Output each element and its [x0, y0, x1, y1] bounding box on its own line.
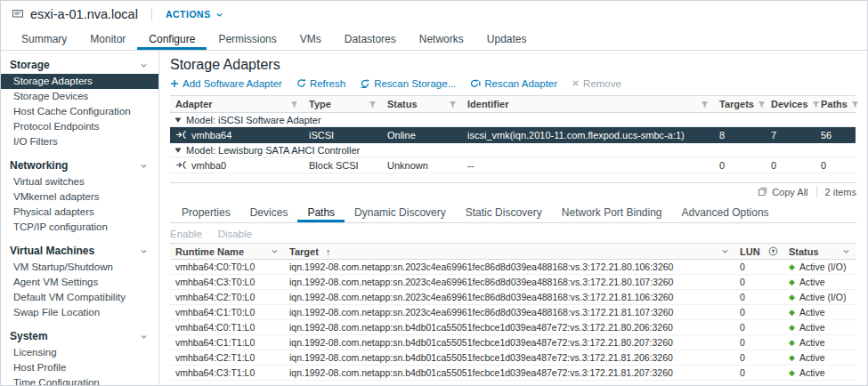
sidebar-item-virtual-switches[interactable]: Virtual switches [1, 174, 158, 189]
cell-type: Block SCSI [304, 157, 382, 173]
path-row-vmhba64-c3-t0-l0[interactable]: vmhba64:C3:T0:L0iqn.1992-08.com.netapp:s… [170, 275, 856, 290]
paths-column-header-runtime-name[interactable]: Runtime Name [170, 244, 284, 260]
sidebar-item-vmkernel-adapters[interactable]: VMkernel adapters [1, 189, 158, 205]
path-row-vmhba64-c2-t0-l0[interactable]: vmhba64:C2:T0:L0iqn.1992-08.com.netapp:s… [170, 290, 856, 305]
sidebar-item-licensing[interactable]: Licensing [1, 345, 158, 360]
filter-circle-icon [768, 246, 778, 256]
sidebar-item-host-profile[interactable]: Host Profile [1, 360, 158, 375]
cell-lun: 0 [734, 335, 783, 350]
column-header-targets[interactable]: Targets [714, 96, 766, 113]
adapter-group-row[interactable]: Model: Lewisburg SATA AHCI Controller [170, 143, 856, 157]
sidebar-item-default-vm-compatibility[interactable]: Default VM Compatibility [1, 290, 158, 305]
column-header-paths[interactable]: Paths [815, 96, 856, 113]
path-row-vmhba64-c1-t1-l0[interactable]: vmhba64:C1:T1:L0iqn.1992-08.com.netapp:s… [170, 335, 856, 350]
cell-lun: 0 [734, 305, 783, 320]
cell-status: Unknown [382, 157, 462, 173]
status-active-icon: ◆ [789, 339, 795, 347]
paths-column-header-status[interactable]: Status [783, 244, 856, 260]
rescan-storage-button[interactable]: Rescan Storage... [360, 78, 456, 89]
sidebar-item-i-o-filters[interactable]: I/O Filters [1, 134, 158, 149]
column-header-identifier[interactable]: Identifier [462, 96, 714, 113]
tri-down-icon [174, 117, 182, 124]
path-row-vmhba64-c1-t0-l0[interactable]: vmhba64:C1:T0:L0iqn.1992-08.com.netapp:s… [170, 305, 856, 320]
sidebar-item-vm-startup-shutdown[interactable]: VM Startup/Shutdown [1, 260, 158, 275]
cell-runtime-name: vmhba64:C0:T1:L0 [170, 320, 284, 335]
adapter-table: AdapterTypeStatusIdentifierTargetsDevice… [170, 95, 856, 173]
sidebar-section-system[interactable]: System [1, 327, 158, 345]
column-header-label: Paths [821, 99, 848, 109]
status-active-icon: ◆ [789, 263, 795, 271]
adapter-row-vmhba0[interactable]: vmhba0Block SCSIUnknown--000 [170, 157, 856, 173]
cell-target: iqn.1992-08.com.netapp:sn.2023c4ea69961f… [284, 260, 734, 275]
disable-button[interactable]: Disable [218, 229, 252, 239]
remove-button[interactable]: Remove [572, 78, 621, 89]
chevron-down-icon [721, 247, 729, 255]
sidebar-item-swap-file-location[interactable]: Swap File Location [1, 305, 158, 320]
detail-tab-devices[interactable]: Devices [240, 202, 298, 222]
sidebar-item-storage-adapters[interactable]: Storage Adapters [1, 74, 158, 89]
tab-permissions[interactable]: Permissions [207, 28, 288, 50]
host-title: esxi-a-01.nva.local [30, 7, 138, 21]
adapter-grid: AdapterTypeStatusIdentifierTargetsDevice… [170, 95, 856, 173]
chevron-down-icon [140, 162, 148, 170]
paths-column-header-target[interactable]: Target↑ [284, 244, 734, 260]
tab-updates[interactable]: Updates [475, 28, 539, 50]
cell-lun: 0 [734, 260, 783, 275]
toolbar-button-label: Rescan Storage... [374, 78, 456, 89]
sidebar-section-storage[interactable]: Storage [1, 56, 158, 74]
storage-adapters-panel: Storage Adapters Add Software AdapterRef… [159, 51, 867, 385]
column-header-devices[interactable]: Devices [766, 96, 815, 113]
detail-tab-advanced-options[interactable]: Advanced Options [672, 202, 779, 222]
sidebar-item-tcp-ip-configuration[interactable]: TCP/IP configuration [1, 220, 158, 235]
sidebar-section-networking[interactable]: Networking [1, 157, 158, 174]
tab-datastores[interactable]: Datastores [333, 28, 408, 50]
actions-menu-button[interactable]: ACTIONS [166, 9, 223, 20]
sidebar-item-host-cache-configuration[interactable]: Host Cache Configuration [1, 104, 158, 119]
path-row-vmhba64-c0-t0-l0[interactable]: vmhba64:C0:T0:L0iqn.1992-08.com.netapp:s… [170, 260, 856, 275]
path-row-vmhba64-c0-t1-l0[interactable]: vmhba64:C0:T1:L0iqn.1992-08.com.netapp:s… [170, 320, 856, 335]
detail-tab-dynamic-discovery[interactable]: Dynamic Discovery [345, 202, 456, 222]
cell-lun: 0 [734, 320, 783, 335]
status-active-icon: ◆ [789, 278, 795, 286]
status-active-icon: ◆ [789, 369, 795, 377]
cell-runtime-name: vmhba64:C3:T1:L0 [170, 366, 284, 381]
cell-lun: 0 [734, 275, 783, 290]
cell-targets: 0 [714, 157, 766, 173]
cell-devices: 7 [766, 127, 815, 143]
detail-tab-static-discovery[interactable]: Static Discovery [456, 202, 552, 222]
chevron-down-icon [140, 61, 148, 69]
sidebar-item-time-configuration[interactable]: Time Configuration [1, 375, 158, 385]
path-row-vmhba64-c2-t1-l0[interactable]: vmhba64:C2:T1:L0iqn.1992-08.com.netapp:s… [170, 350, 856, 366]
tab-summary[interactable]: Summary [10, 28, 78, 50]
tab-networks[interactable]: Networks [408, 28, 475, 50]
detail-tab-network-port-binding[interactable]: Network Port Binding [552, 202, 672, 222]
adapter-row-vmhba64[interactable]: vmhba64iSCSIOnlineiscsi_vmk(iqn.2010-11.… [170, 127, 856, 143]
path-row-vmhba64-c3-t1-l0[interactable]: vmhba64:C3:T1:L0iqn.1992-08.com.netapp:s… [170, 366, 856, 381]
tab-monitor[interactable]: Monitor [78, 28, 137, 50]
rescan-adapter-button[interactable]: Rescan Adapter [470, 78, 557, 89]
adapter-group-row[interactable]: Model: iSCSI Software Adapter [170, 113, 856, 127]
sidebar-item-storage-devices[interactable]: Storage Devices [1, 89, 158, 104]
host-icon [12, 9, 24, 20]
add-software-adapter-button[interactable]: Add Software Adapter [170, 78, 282, 89]
copy-all-button[interactable]: Copy All [758, 187, 807, 197]
cell-path-status: ◆Active [783, 305, 856, 320]
enable-button[interactable]: Enable [170, 229, 202, 239]
sidebar-item-agent-vm-settings[interactable]: Agent VM Settings [1, 275, 158, 290]
column-header-status[interactable]: Status [382, 96, 462, 113]
detail-tab-paths[interactable]: Paths [297, 202, 345, 222]
sidebar-section-virtual-machines[interactable]: Virtual Machines [1, 242, 158, 260]
column-header-adapter[interactable]: Adapter [170, 96, 304, 113]
column-header-label: Identifier [467, 99, 508, 109]
refresh-button[interactable]: Refresh [296, 78, 345, 89]
tab-configure[interactable]: Configure [137, 28, 207, 50]
tab-vms[interactable]: VMs [288, 28, 333, 50]
cell-runtime-name: vmhba64:C1:T1:L0 [170, 335, 284, 350]
detail-tab-properties[interactable]: Properties [172, 202, 240, 222]
sidebar-item-physical-adapters[interactable]: Physical adapters [1, 205, 158, 220]
column-header-type[interactable]: Type [304, 96, 382, 113]
cell-path-status: ◆Active (I/O) [783, 290, 856, 305]
paths-column-header-lun[interactable]: LUN [734, 244, 783, 260]
sidebar-item-protocol-endpoints[interactable]: Protocol Endpoints [1, 119, 158, 134]
grid-spacer [159, 173, 867, 182]
